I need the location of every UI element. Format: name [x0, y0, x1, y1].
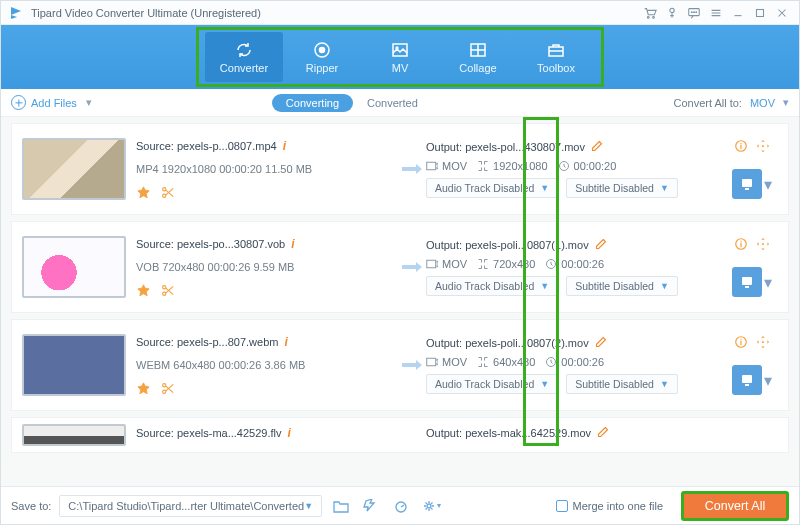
info-icon[interactable]: i [284, 335, 287, 349]
scissors-icon[interactable] [160, 381, 174, 395]
info-icon[interactable]: i [291, 237, 294, 251]
move-icon[interactable] [756, 237, 770, 255]
chevron-down-icon: ▼ [540, 183, 549, 193]
audio-track-select[interactable]: Audio Track Disabled▼ [426, 178, 558, 198]
ribbon-ripper[interactable]: Ripper [283, 32, 361, 82]
ribbon-toolbox[interactable]: Toolbox [517, 32, 595, 82]
file-row: Source: pexels-p...0807.mp4i MP4 1920x10… [11, 123, 789, 215]
edit-icon[interactable] [597, 426, 609, 440]
svg-point-29 [162, 390, 165, 393]
ribbon-collage[interactable]: Collage [439, 32, 517, 82]
open-folder-icon[interactable] [330, 495, 352, 517]
menu-icon[interactable] [705, 4, 727, 22]
edit-icon[interactable] [595, 336, 607, 350]
info-circle-icon[interactable] [734, 335, 748, 353]
app-logo-icon [7, 4, 25, 22]
chevron-down-icon[interactable]: ▾ [783, 96, 789, 109]
output-preset-button[interactable] [732, 169, 762, 199]
settings-icon[interactable]: ▾ [420, 495, 442, 517]
grid-icon [467, 40, 489, 60]
scissors-icon[interactable] [160, 283, 174, 297]
maximize-icon[interactable] [749, 4, 771, 22]
thumbnail[interactable] [22, 138, 126, 200]
briefcase-icon [545, 40, 567, 60]
file-specs: MP4 1920x1080 00:00:20 11.50 MB [136, 163, 398, 175]
convert-all-button[interactable]: Convert All [681, 491, 789, 521]
ribbon-converter[interactable]: Converter [205, 32, 283, 82]
svg-point-4 [691, 11, 692, 12]
chevron-down-icon: ▼ [304, 501, 313, 511]
edit-icon[interactable] [591, 140, 603, 154]
convert-all-to-label: Convert All to: [673, 97, 741, 109]
svg-rect-34 [745, 384, 749, 386]
record-icon [311, 40, 333, 60]
info-circle-icon[interactable] [734, 237, 748, 255]
chevron-down-icon[interactable]: ▾ [764, 273, 772, 292]
file-list: Source: pexels-p...0807.mp4i MP4 1920x10… [1, 117, 799, 486]
convert-all-to-format: MOV [750, 97, 775, 109]
minimize-icon[interactable] [727, 4, 749, 22]
source-label: Source: pexels-p...0807.mp4 [136, 140, 277, 152]
hardware-accel-icon[interactable] [360, 495, 382, 517]
high-speed-icon[interactable] [390, 495, 412, 517]
output-label: Output: pexels-poli...0807(2).mov [426, 337, 589, 349]
svg-rect-26 [742, 277, 752, 285]
info-icon[interactable]: i [288, 426, 291, 440]
plus-icon [11, 95, 26, 110]
thumbnail[interactable] [22, 424, 126, 446]
thumbnail[interactable] [22, 236, 126, 298]
move-icon[interactable] [756, 139, 770, 157]
key-icon[interactable] [661, 4, 683, 22]
svg-point-6 [696, 11, 697, 12]
file-meta: Source: pexels-ma...42529.flvi [136, 418, 398, 446]
feedback-icon[interactable] [683, 4, 705, 22]
row-actions: ▾ [716, 124, 788, 214]
audio-track-select[interactable]: Audio Track Disabled▼ [426, 374, 558, 394]
star-icon[interactable] [136, 381, 150, 395]
audio-track-select[interactable]: Audio Track Disabled▼ [426, 276, 558, 296]
chevron-down-icon: ▼ [660, 183, 669, 193]
image-icon [389, 40, 411, 60]
merge-label: Merge into one file [573, 500, 664, 512]
svg-point-36 [427, 504, 431, 508]
save-path: C:\Tipard Studio\Tipard...rter Ultimate\… [68, 500, 304, 512]
bottom-bar: Save to: C:\Tipard Studio\Tipard...rter … [1, 486, 799, 524]
row-actions: ▾ [716, 320, 788, 410]
ribbon-mv[interactable]: MV [361, 32, 439, 82]
out-resolution: 720x480 [493, 258, 535, 270]
app-title: Tipard Video Converter Ultimate (Unregis… [31, 7, 639, 19]
thumbnail[interactable] [22, 334, 126, 396]
tab-converted[interactable]: Converted [353, 94, 432, 112]
source-label: Source: pexels-p...807.webm [136, 336, 278, 348]
svg-point-1 [653, 16, 655, 18]
edit-icon[interactable] [595, 238, 607, 252]
chevron-down-icon[interactable]: ▾ [764, 175, 772, 194]
tab-converting[interactable]: Converting [272, 94, 353, 112]
chevron-down-icon: ▾ [86, 96, 92, 109]
info-circle-icon[interactable] [734, 139, 748, 157]
chevron-down-icon[interactable]: ▾ [764, 371, 772, 390]
subtitle-select[interactable]: Subtitle Disabled▼ [566, 178, 678, 198]
convert-all-to[interactable]: Convert All to: MOV ▾ [673, 96, 789, 109]
svg-rect-16 [427, 162, 436, 170]
file-meta: Source: pexels-p...807.webmi WEBM 640x48… [136, 320, 398, 410]
close-icon[interactable] [771, 4, 793, 22]
merge-checkbox[interactable]: Merge into one file [556, 500, 664, 512]
add-files-button[interactable]: Add Files ▾ [11, 95, 92, 110]
output-preset-button[interactable] [732, 267, 762, 297]
cart-icon[interactable] [639, 4, 661, 22]
svg-point-28 [162, 383, 165, 386]
ribbon-label: MV [392, 62, 409, 74]
save-path-select[interactable]: C:\Tipard Studio\Tipard...rter Ultimate\… [59, 495, 322, 517]
output-preset-button[interactable] [732, 365, 762, 395]
move-icon[interactable] [756, 335, 770, 353]
svg-point-0 [647, 16, 649, 18]
subtitle-select[interactable]: Subtitle Disabled▼ [566, 374, 678, 394]
star-icon[interactable] [136, 283, 150, 297]
subtitle-select[interactable]: Subtitle Disabled▼ [566, 276, 678, 296]
star-icon[interactable] [136, 185, 150, 199]
svg-rect-23 [427, 260, 436, 268]
scissors-icon[interactable] [160, 185, 174, 199]
info-icon[interactable]: i [283, 139, 286, 153]
svg-rect-19 [742, 179, 752, 187]
